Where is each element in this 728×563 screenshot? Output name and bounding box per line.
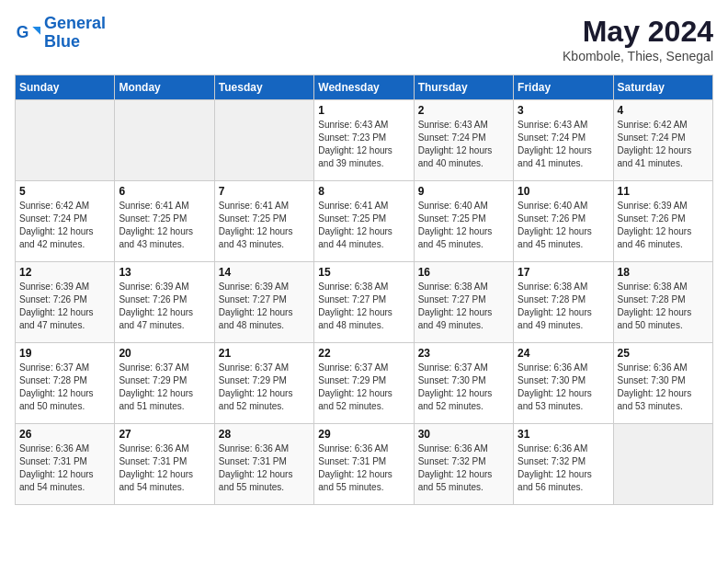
calendar-cell: 13Sunrise: 6:39 AMSunset: 7:26 PMDayligh… [115,262,214,343]
logo-line1: General [44,14,106,32]
calendar-cell: 31Sunrise: 6:36 AMSunset: 7:32 PMDayligh… [514,424,613,505]
calendar-cell: 3Sunrise: 6:43 AMSunset: 7:24 PMDaylight… [514,100,613,181]
header-cell-wednesday: Wednesday [314,75,414,100]
day-info: Sunrise: 6:38 AMSunset: 7:27 PMDaylight:… [318,281,409,332]
header-cell-sunday: Sunday [16,75,115,100]
logo-line2: Blue [44,32,80,51]
header-cell-tuesday: Tuesday [214,75,313,100]
calendar-cell: 30Sunrise: 6:36 AMSunset: 7:32 PMDayligh… [414,424,513,505]
day-number: 5 [19,185,110,198]
day-number: 30 [418,428,509,441]
day-number: 19 [19,347,110,360]
day-number: 20 [119,347,210,360]
day-number: 1 [318,104,409,117]
day-number: 25 [618,347,709,360]
day-number: 26 [19,428,110,441]
day-number: 31 [518,428,609,441]
calendar-cell [16,100,115,181]
calendar-cell: 22Sunrise: 6:37 AMSunset: 7:29 PMDayligh… [314,343,414,424]
calendar-cell: 9Sunrise: 6:40 AMSunset: 7:25 PMDaylight… [414,181,513,262]
logo-text: General Blue [44,15,106,52]
header-cell-saturday: Saturday [613,75,712,100]
day-number: 24 [518,347,609,360]
day-number: 15 [318,266,409,279]
day-number: 29 [318,428,409,441]
header-cell-thursday: Thursday [414,75,513,100]
header-row: SundayMondayTuesdayWednesdayThursdayFrid… [16,75,713,100]
calendar-cell: 12Sunrise: 6:39 AMSunset: 7:26 PMDayligh… [16,262,115,343]
day-number: 8 [318,185,409,198]
day-info: Sunrise: 6:41 AMSunset: 7:25 PMDaylight:… [318,200,409,251]
header-cell-friday: Friday [514,75,613,100]
page-header: G General Blue May 2024 Kbombole, Thies,… [15,15,713,63]
day-number: 3 [518,104,609,117]
day-info: Sunrise: 6:38 AMSunset: 7:27 PMDaylight:… [418,281,509,332]
calendar-cell: 15Sunrise: 6:38 AMSunset: 7:27 PMDayligh… [314,262,414,343]
day-number: 23 [418,347,509,360]
logo-icon: G [15,20,40,46]
calendar-cell [214,100,313,181]
day-info: Sunrise: 6:36 AMSunset: 7:30 PMDaylight:… [518,362,609,413]
calendar-cell: 2Sunrise: 6:43 AMSunset: 7:24 PMDaylight… [414,100,513,181]
calendar-cell: 20Sunrise: 6:37 AMSunset: 7:29 PMDayligh… [115,343,214,424]
calendar-cell: 17Sunrise: 6:38 AMSunset: 7:28 PMDayligh… [514,262,613,343]
calendar-title: May 2024 [563,15,713,49]
day-info: Sunrise: 6:37 AMSunset: 7:29 PMDaylight:… [318,362,409,413]
header-cell-monday: Monday [115,75,214,100]
calendar-cell [115,100,214,181]
calendar-cell: 29Sunrise: 6:36 AMSunset: 7:31 PMDayligh… [314,424,414,505]
day-number: 10 [518,185,609,198]
calendar-table: SundayMondayTuesdayWednesdayThursdayFrid… [15,75,713,505]
day-number: 12 [19,266,110,279]
day-number: 13 [119,266,210,279]
day-info: Sunrise: 6:37 AMSunset: 7:29 PMDaylight:… [119,362,210,413]
day-info: Sunrise: 6:36 AMSunset: 7:32 PMDaylight:… [518,442,609,494]
day-info: Sunrise: 6:37 AMSunset: 7:30 PMDaylight:… [418,362,509,413]
day-number: 6 [119,185,210,198]
calendar-cell: 25Sunrise: 6:36 AMSunset: 7:30 PMDayligh… [613,343,712,424]
calendar-week-1: 1Sunrise: 6:43 AMSunset: 7:23 PMDaylight… [16,100,713,181]
calendar-cell: 18Sunrise: 6:38 AMSunset: 7:28 PMDayligh… [613,262,712,343]
day-number: 9 [418,185,509,198]
calendar-cell: 8Sunrise: 6:41 AMSunset: 7:25 PMDaylight… [314,181,414,262]
day-number: 22 [318,347,409,360]
day-number: 18 [618,266,709,279]
day-info: Sunrise: 6:41 AMSunset: 7:25 PMDaylight:… [219,200,310,251]
calendar-cell: 19Sunrise: 6:37 AMSunset: 7:28 PMDayligh… [16,343,115,424]
calendar-cell: 5Sunrise: 6:42 AMSunset: 7:24 PMDaylight… [16,181,115,262]
day-info: Sunrise: 6:42 AMSunset: 7:24 PMDaylight:… [19,200,110,251]
day-info: Sunrise: 6:37 AMSunset: 7:28 PMDaylight:… [19,362,110,413]
calendar-cell: 23Sunrise: 6:37 AMSunset: 7:30 PMDayligh… [414,343,513,424]
day-info: Sunrise: 6:39 AMSunset: 7:26 PMDaylight:… [19,281,110,332]
calendar-cell: 28Sunrise: 6:36 AMSunset: 7:31 PMDayligh… [214,424,313,505]
day-number: 7 [219,185,310,198]
logo: G General Blue [15,15,106,52]
day-info: Sunrise: 6:43 AMSunset: 7:24 PMDaylight:… [518,119,609,170]
day-info: Sunrise: 6:39 AMSunset: 7:26 PMDaylight:… [119,281,210,332]
day-info: Sunrise: 6:42 AMSunset: 7:24 PMDaylight:… [618,119,709,170]
calendar-week-2: 5Sunrise: 6:42 AMSunset: 7:24 PMDaylight… [16,181,713,262]
svg-marker-1 [32,27,40,35]
day-info: Sunrise: 6:36 AMSunset: 7:32 PMDaylight:… [418,442,509,494]
calendar-cell: 21Sunrise: 6:37 AMSunset: 7:29 PMDayligh… [214,343,313,424]
day-info: Sunrise: 6:36 AMSunset: 7:31 PMDaylight:… [219,442,310,494]
title-block: May 2024 Kbombole, Thies, Senegal [563,15,713,63]
calendar-cell: 26Sunrise: 6:36 AMSunset: 7:31 PMDayligh… [16,424,115,505]
calendar-cell: 14Sunrise: 6:39 AMSunset: 7:27 PMDayligh… [214,262,313,343]
day-number: 27 [119,428,210,441]
calendar-cell: 7Sunrise: 6:41 AMSunset: 7:25 PMDaylight… [214,181,313,262]
day-number: 2 [418,104,509,117]
day-info: Sunrise: 6:40 AMSunset: 7:26 PMDaylight:… [518,200,609,251]
calendar-cell: 27Sunrise: 6:36 AMSunset: 7:31 PMDayligh… [115,424,214,505]
calendar-cell [613,424,712,505]
day-number: 28 [219,428,310,441]
day-info: Sunrise: 6:39 AMSunset: 7:27 PMDaylight:… [219,281,310,332]
day-info: Sunrise: 6:38 AMSunset: 7:28 PMDaylight:… [618,281,709,332]
calendar-cell: 10Sunrise: 6:40 AMSunset: 7:26 PMDayligh… [514,181,613,262]
calendar-week-5: 26Sunrise: 6:36 AMSunset: 7:31 PMDayligh… [16,424,713,505]
day-info: Sunrise: 6:36 AMSunset: 7:31 PMDaylight:… [318,442,409,494]
calendar-cell: 24Sunrise: 6:36 AMSunset: 7:30 PMDayligh… [514,343,613,424]
day-number: 17 [518,266,609,279]
day-info: Sunrise: 6:43 AMSunset: 7:23 PMDaylight:… [318,119,409,170]
day-number: 4 [618,104,709,117]
